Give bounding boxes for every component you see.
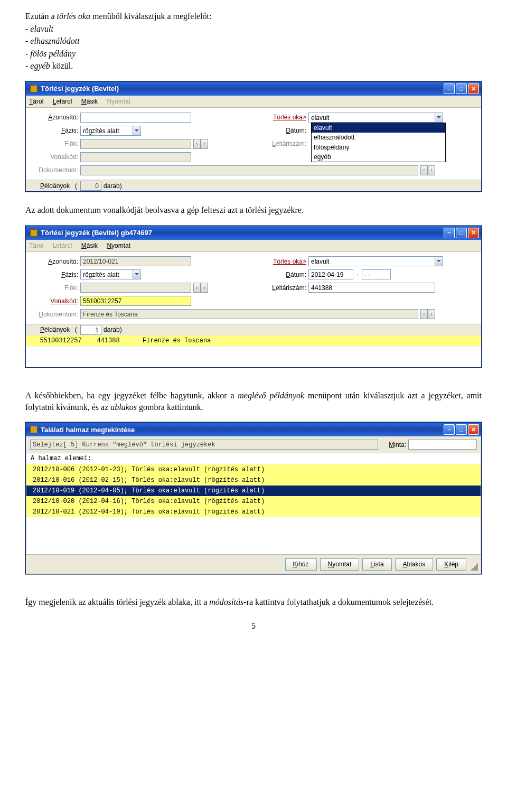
chevron-down-icon[interactable] <box>435 256 443 266</box>
maximize-button[interactable]: □ <box>456 83 467 94</box>
chevron-down-icon[interactable] <box>435 113 443 123</box>
nav-prev-icon[interactable]: ‹ <box>420 309 428 319</box>
list-item[interactable]: 2012/10-020 (2012-04-16); Törlés oka:ela… <box>26 496 481 507</box>
lbl-vonalkod[interactable]: Vonalkód: <box>30 297 80 305</box>
titlebar[interactable]: Törlési jegyzék (Bevitel) – □ ✕ <box>26 82 481 96</box>
torlesoka-dropdown[interactable]: elavult elhasználódott fölöspéldány egyé… <box>311 123 446 162</box>
vonalkod-field <box>80 152 191 162</box>
nav-next-icon[interactable]: › <box>201 283 208 293</box>
minta-field[interactable] <box>408 440 477 450</box>
kihuz-button[interactable]: Kihúz <box>285 558 317 570</box>
lbl-fiok: Fiók: <box>30 139 80 148</box>
menu-masik[interactable]: Másik <box>81 242 98 249</box>
menubar: Tárol Letárol Másik Nyomtat <box>26 240 481 252</box>
lbl-datum: Dátum: <box>258 126 308 135</box>
close-button[interactable]: ✕ <box>468 83 479 94</box>
torlesoka-combo[interactable]: elavult <box>308 113 435 123</box>
list-item[interactable]: 2012/10-006 (2012-01-23); Törlés oka:ela… <box>26 464 481 475</box>
dropdown-option[interactable]: fölöspéldány <box>312 143 445 152</box>
azon-field: 2012/10-021 <box>80 256 191 266</box>
menu-nyomtat: Nyomtat <box>107 98 130 105</box>
menu-tarol: Tárol <box>29 242 43 249</box>
doc-intro: Ezután a törlés oka menüből kiválasztjuk… <box>25 11 482 22</box>
list-item-selected[interactable]: 2012/10-019 (2012-04-05); Törlés oka:ela… <box>26 486 481 496</box>
window-title: Törlési jegyzék (Bevitel) gb474697 <box>41 228 152 238</box>
nyomtat-button[interactable]: Nyomtat <box>320 558 360 570</box>
chevron-down-icon[interactable] <box>133 269 141 279</box>
button-bar: Kihúz Nyomtat Lista Ablakos Kilép <box>26 555 481 573</box>
dropdown-option[interactable]: elavult <box>312 123 445 133</box>
lbl-torlesoka[interactable]: Törlés oka> <box>258 113 308 122</box>
resize-grip-icon[interactable] <box>471 563 478 571</box>
dropdown-option[interactable]: egyéb <box>312 152 445 162</box>
pcount-field[interactable]: 1 <box>80 325 101 335</box>
app-icon <box>30 426 37 433</box>
form-body: Azonosító: 2012/10-021 Fázis: rögzítés a… <box>26 252 481 324</box>
menu-tarol[interactable]: Tárol <box>29 98 43 105</box>
close-button[interactable]: ✕ <box>468 424 479 435</box>
maximize-button[interactable]: □ <box>456 228 467 238</box>
close-button[interactable]: ✕ <box>468 228 479 238</box>
fiok-field <box>80 139 191 149</box>
lbl-datum: Dátum: <box>258 270 308 279</box>
list-item[interactable]: 2012/10-016 (2012-02-15); Törlés oka:ela… <box>26 475 481 486</box>
datum-field-2[interactable]: - - <box>362 269 391 279</box>
lparen: ( <box>75 325 77 334</box>
lbl-torlesoka[interactable]: Törlés oka> <box>258 257 308 266</box>
dokumentum-field: Firenze és Toscana <box>80 309 418 319</box>
nav-next-icon[interactable]: › <box>428 309 435 319</box>
window-talalati: Találati halmaz megtekintése – □ ✕ Selej… <box>25 422 482 574</box>
lbl-dokumentum: Dokumentum: <box>30 310 80 319</box>
app-icon <box>30 229 37 237</box>
menu-nyomtat[interactable]: Nyomtat <box>107 242 130 249</box>
lbl-fazis: Fázis: <box>30 126 80 135</box>
darab: darab) <box>104 325 122 334</box>
ablakos-button[interactable]: Ablakos <box>395 558 434 570</box>
fazis-combo[interactable]: rögzítés alatt <box>80 126 133 136</box>
minimize-button[interactable]: – <box>444 228 455 238</box>
kilep-button[interactable]: Kilép <box>436 558 466 570</box>
lbl-minta: Minta: <box>389 441 406 449</box>
nav-prev-icon[interactable]: ‹ <box>193 283 201 293</box>
menu-letarol[interactable]: Letárol <box>53 98 72 105</box>
nav-next-icon[interactable]: › <box>428 165 435 175</box>
fazis-combo[interactable]: rögzítés alatt <box>80 269 133 279</box>
menu-masik[interactable]: Másik <box>81 98 98 105</box>
bullet-2: - elhasználódott <box>25 35 482 47</box>
window-bevitel-2: Törlési jegyzék (Bevitel) gb474697 – □ ✕… <box>25 226 482 368</box>
nav-prev[interactable]: ‹ <box>193 139 201 149</box>
dropdown-option[interactable]: elhasználódott <box>312 133 445 142</box>
menubar: Tárol Letárol Másik Nyomtat <box>26 96 481 108</box>
torlesoka-combo[interactable]: elavult <box>308 256 435 266</box>
lbl-azon: Azonosító: <box>30 113 80 122</box>
fiok-field <box>80 283 191 293</box>
chevron-down-icon[interactable] <box>133 126 141 136</box>
result-list: A halmaz elemei: 2012/10-006 (2012-01-23… <box>26 453 481 555</box>
dokumentum-field <box>80 165 418 175</box>
nav-next[interactable]: › <box>201 139 208 149</box>
datum-field-1[interactable]: 2012-04-19 <box>308 269 353 279</box>
darab: darab) <box>104 182 122 190</box>
lbl-azon: Azonosító: <box>30 257 80 266</box>
vonalkod-field[interactable]: 55100312257 <box>80 296 191 306</box>
doc-p3: A későbbiekben, ha egy jegyzéket félbe h… <box>25 390 482 413</box>
minimize-button[interactable]: – <box>444 83 455 94</box>
lista-button[interactable]: Lista <box>362 558 391 570</box>
app-icon <box>30 85 37 92</box>
menu-letarol: Letárol <box>53 242 72 249</box>
sep: - <box>356 270 359 279</box>
maximize-button[interactable]: □ <box>456 424 467 435</box>
titlebar[interactable]: Találati halmaz megtekintése – □ ✕ <box>26 423 481 436</box>
leltari-field[interactable]: 441388 <box>308 283 435 293</box>
window-title: Találati halmaz megtekintése <box>41 425 135 435</box>
lbl-dokumentum: Dokumentum: <box>30 166 80 174</box>
nav-prev-icon[interactable]: ‹ <box>420 165 428 175</box>
list-item[interactable]: 2012/10-021 (2012-04-19); Törlés oka:ela… <box>26 507 481 517</box>
azon-field[interactable] <box>80 113 191 123</box>
lparen: ( <box>75 182 77 190</box>
titlebar[interactable]: Törlési jegyzék (Bevitel) gb474697 – □ ✕ <box>26 226 481 240</box>
list-row[interactable]: 55100312257 441388 Firenze és Toscana <box>26 335 481 346</box>
bullet-1: - elavult <box>25 23 482 35</box>
selejtez-line: Selejtez[ 5] Kurrens "meglévő" törlési j… <box>30 440 378 450</box>
minimize-button[interactable]: – <box>444 424 455 435</box>
